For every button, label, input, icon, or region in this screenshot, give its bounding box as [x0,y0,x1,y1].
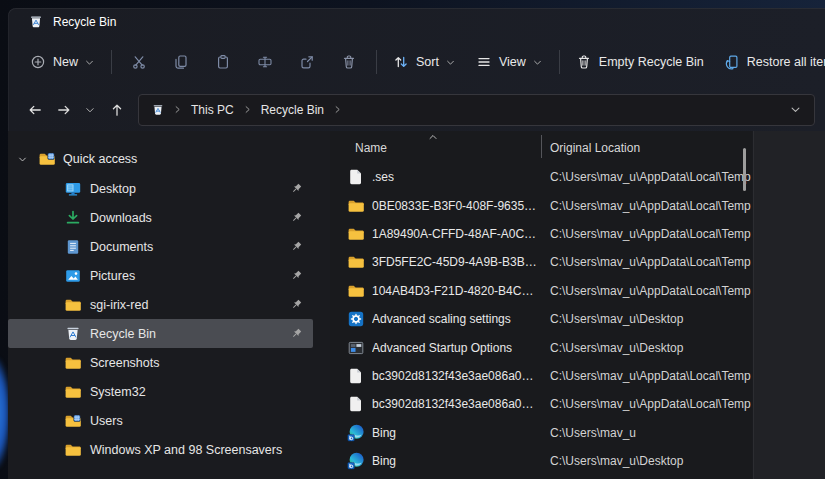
sidebar-item-screenshots[interactable]: Screenshots [8,348,313,377]
file-original-location: C:\Users\mav_u\AppData\Local\Temp [550,397,751,411]
column-header-name[interactable]: Name [355,141,387,155]
sidebar-item-quick-access[interactable]: Quick access [8,144,313,174]
sidebar-item-users[interactable]: Users [8,406,313,435]
pictures-icon [64,267,82,285]
sidebar-item-label: Screenshots [90,356,159,370]
recent-locations-button[interactable] [78,95,102,124]
table-row[interactable]: Advanced scaling settingsC:\Users\mav_u\… [330,305,752,333]
sidebar-item-windows-xp-and-98-screensavers[interactable]: Windows XP and 98 Screensavers [8,435,313,464]
sidebar-item-downloads[interactable]: Downloads [8,203,313,232]
sidebar-item-recycle-bin[interactable]: Recycle Bin [8,319,313,348]
pin-icon[interactable] [290,240,303,253]
column-divider[interactable] [541,135,542,158]
sidebar-item-documents[interactable]: Documents [8,232,313,261]
restore-icon [724,54,740,70]
table-row[interactable]: 3FD5FE2C-45D9-4A9B-B3B7-CBDE...C:\Users\… [330,248,752,276]
desktop: { "window": {"title": "Recycle Bin"}, "t… [0,0,825,479]
file-name: .ses [372,170,394,184]
table-row[interactable]: .sesC:\Users\mav_u\AppData\Local\Temp [330,163,752,191]
toolbar-view-button[interactable]: View [466,44,553,80]
sidebar-item-desktop[interactable]: Desktop [8,174,313,203]
file-icon [347,168,365,186]
chevron-down-icon [445,57,456,68]
table-row[interactable]: 1A89490A-CFFD-48AF-A0C0-1B293...C:\Users… [330,220,752,248]
toolbar-new-button[interactable]: New [20,44,105,80]
chevron-down-icon [532,57,543,68]
file-name: Bing [372,454,396,468]
file-original-location: C:\Users\mav_u\AppData\Local\Temp [550,284,751,298]
bing-icon [347,424,365,442]
tree-chevron-icon[interactable] [16,153,29,166]
sidebar-item-label: Recycle Bin [90,327,156,341]
sidebar-item-label: sgi-irix-red [90,298,148,312]
toolbar-delete-button[interactable] [328,44,370,80]
recycle-bin-icon [28,14,44,30]
plus-circle-icon [30,54,46,70]
list-scrollbar[interactable] [743,148,746,191]
forward-button[interactable] [49,95,78,124]
up-button[interactable] [102,95,131,124]
table-row[interactable]: BingC:\Users\mav_u [330,419,752,447]
sidebar-item-label: System32 [90,385,146,399]
file-icon [347,395,365,413]
table-row[interactable]: 0BE0833E-B3F0-408F-9635-485BE7...C:\User… [330,191,752,219]
sidebar-item-pictures[interactable]: Pictures [8,261,313,290]
file-name: Bing [372,426,396,440]
address-bar[interactable]: This PCRecycle Bin [138,94,815,126]
recycle-bin-icon [64,325,82,343]
toolbar-separator [111,50,112,74]
sidebar-item-label: Documents [90,240,153,254]
users-folder-icon [64,412,82,430]
toolbar-paste-button[interactable] [202,44,244,80]
table-row[interactable]: bc3902d8132f43e3ae086a009979fa8...C:\Use… [330,362,752,390]
file-name: bc3902d8132f43e3ae086a009979fa8... [372,397,539,411]
desktop-icon [64,180,82,198]
empty-recycle-bin-icon [576,54,592,70]
navigation-buttons [20,95,131,124]
sidebar-item-sgi-irix-red[interactable]: sgi-irix-red [8,290,313,319]
table-row[interactable]: 104AB4D3-F21D-4820-B4C4-118B4...C:\Users… [330,277,752,305]
toolbar-copy-button[interactable] [160,44,202,80]
pin-icon[interactable] [290,211,303,224]
toolbar-sort-button[interactable]: Sort [383,44,466,80]
breadcrumb-item[interactable]: This PC [190,103,235,117]
share-icon [299,54,315,70]
toolbar-empty-recycle-bin-button[interactable]: Empty Recycle Bin [566,44,714,80]
pin-icon[interactable] [290,298,303,311]
pin-icon[interactable] [290,327,303,340]
scaling-settings-icon [347,310,365,328]
table-row[interactable]: BingC:\Users\mav_u\Desktop [330,447,752,475]
chevron-down-icon[interactable] [789,103,802,116]
sidebar-item-system32[interactable]: System32 [8,377,313,406]
toolbar-separator [559,50,560,74]
navigation-pane: Quick accessDesktopDownloadsDocumentsPic… [8,131,313,479]
toolbar-restore-all-items-label: Restore all items [747,55,825,69]
toolbar-share-button[interactable] [286,44,328,80]
pin-icon[interactable] [290,182,303,195]
pin-icon[interactable] [290,269,303,282]
toolbar-restore-all-items-button[interactable]: Restore all items [714,44,825,80]
back-button[interactable] [20,95,49,124]
toolbar-separator [376,50,377,74]
content-area: Quick accessDesktopDownloadsDocumentsPic… [8,131,825,479]
sidebar-item-label: Quick access [63,152,137,166]
table-row[interactable]: Advanced Startup OptionsC:\Users\mav_u\D… [330,333,752,361]
downloads-icon [64,209,82,227]
column-header-original-location[interactable]: Original Location [550,141,640,155]
file-name: 104AB4D3-F21D-4820-B4C4-118B4... [372,284,539,298]
toolbar-rename-button[interactable] [244,44,286,80]
column-headers: Name Original Location [330,134,752,160]
breadcrumb-chevron-icon [333,105,342,114]
copy-icon [173,54,189,70]
breadcrumb-item[interactable]: Recycle Bin [260,103,325,117]
breadcrumb-chevron-icon [243,105,252,114]
view-list-icon [476,54,492,70]
file-name: Advanced Startup Options [372,341,512,355]
file-list-pane: Name Original Location .sesC:\Users\mav_… [330,131,752,479]
arrow-left-icon [27,102,43,118]
titlebar[interactable]: Recycle Bin [8,8,825,36]
file-name: 1A89490A-CFFD-48AF-A0C0-1B293... [372,227,539,241]
table-row[interactable]: bc3902d8132f43e3ae086a009979fa8...C:\Use… [330,390,752,418]
folder-icon [64,354,82,372]
toolbar-cut-button[interactable] [118,44,160,80]
